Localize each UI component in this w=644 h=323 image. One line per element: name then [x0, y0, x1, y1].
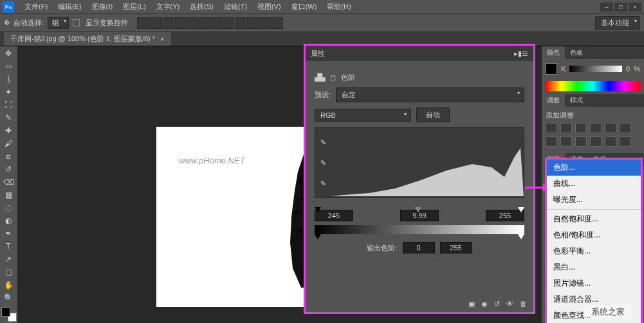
menu-item[interactable]: 编辑(E): [53, 2, 87, 12]
filter-icon[interactable]: [575, 136, 587, 147]
panel-menu-icon[interactable]: ▸▮☰: [514, 50, 528, 58]
mask-icon[interactable]: ◻: [330, 73, 336, 82]
tab-styles[interactable]: 样式: [565, 94, 588, 107]
minimize-button[interactable]: –: [600, 3, 613, 12]
workspace-dropdown[interactable]: 基本功能: [595, 16, 640, 30]
context-menu-item[interactable]: 照片滤镜...: [547, 275, 641, 291]
preset-dropdown[interactable]: 自定: [336, 88, 524, 102]
gamma-slider[interactable]: [415, 207, 421, 212]
levels-icon[interactable]: [560, 123, 572, 133]
type-tool[interactable]: T: [1, 241, 15, 252]
healing-tool[interactable]: ✚: [1, 125, 15, 136]
align-icon[interactable]: [198, 17, 210, 29]
invert-icon[interactable]: [620, 136, 631, 147]
foreground-swatch[interactable]: [546, 63, 557, 75]
channel-dropdown[interactable]: RGB: [315, 109, 411, 122]
close-button[interactable]: ×: [629, 3, 641, 12]
menu-item[interactable]: 选择(S): [185, 2, 219, 12]
black-slider[interactable]: [315, 207, 321, 212]
align-icon[interactable]: [259, 17, 271, 29]
marquee-tool[interactable]: ▭: [1, 60, 15, 72]
tab-adjustments[interactable]: 调整: [542, 94, 565, 107]
path-tool[interactable]: ↗: [1, 254, 15, 265]
show-transform-checkbox[interactable]: [73, 19, 80, 26]
histogram[interactable]: [331, 128, 524, 198]
menu-item[interactable]: 文字(Y): [151, 2, 185, 12]
mixer-icon[interactable]: [590, 136, 602, 147]
pen-tool[interactable]: ✒: [1, 228, 15, 239]
reset-icon[interactable]: ↺: [494, 300, 500, 308]
hand-tool[interactable]: ✋: [1, 279, 15, 291]
blur-tool[interactable]: ◌: [1, 202, 15, 214]
align-icon[interactable]: [223, 17, 234, 29]
auto-select-dropdown[interactable]: 组: [48, 17, 69, 29]
align-icon[interactable]: [161, 17, 173, 29]
output-black-field[interactable]: [403, 242, 435, 254]
stamp-tool[interactable]: ⧈: [1, 151, 15, 162]
gray-eyedropper-icon[interactable]: ✎: [320, 159, 326, 167]
context-menu-item[interactable]: 色彩平衡...: [547, 243, 641, 259]
output-gradient[interactable]: [315, 225, 524, 234]
tab-color[interactable]: 颜色: [542, 46, 565, 59]
eraser-tool[interactable]: ⌫: [1, 176, 15, 188]
align-icon[interactable]: [149, 17, 161, 29]
menu-item[interactable]: 图像(I): [87, 2, 118, 12]
document-tab[interactable]: 千库网-猫2.jpg @ 100% (色阶 1, 图层蒙版/8) * ×: [4, 32, 171, 46]
output-black-slider[interactable]: [315, 234, 321, 239]
context-menu-item[interactable]: 黑白...: [547, 259, 641, 275]
crop-tool[interactable]: ⛶: [1, 99, 15, 111]
exposure-icon[interactable]: [590, 123, 602, 133]
white-slider[interactable]: [518, 207, 524, 212]
output-white-slider[interactable]: [518, 234, 524, 239]
k-slider[interactable]: [569, 66, 622, 72]
context-menu-item[interactable]: 曲线...: [547, 176, 641, 192]
gradient-tool[interactable]: ▦: [1, 189, 15, 201]
menu-item[interactable]: 帮助(H): [322, 2, 356, 12]
curves-icon[interactable]: [575, 123, 587, 133]
tab-swatches[interactable]: 色板: [565, 46, 588, 59]
brush-tool[interactable]: 🖌: [1, 138, 15, 149]
maximize-button[interactable]: □: [614, 3, 627, 12]
lasso-tool[interactable]: ⟆: [1, 73, 15, 85]
menu-item[interactable]: 滤镜(T): [219, 2, 252, 12]
spectrum-bar[interactable]: [546, 81, 640, 91]
wand-tool[interactable]: ✦: [1, 86, 15, 98]
context-menu-item[interactable]: 自然饱和度...: [547, 211, 641, 227]
visibility-icon[interactable]: 👁: [506, 300, 513, 308]
menu-item[interactable]: 图层(L): [118, 2, 151, 12]
black-eyedropper-icon[interactable]: ✎: [320, 138, 326, 147]
balance-icon[interactable]: [546, 136, 557, 147]
bw-icon[interactable]: [560, 136, 572, 147]
align-icon[interactable]: [137, 17, 149, 29]
history-brush-tool[interactable]: ↺: [1, 163, 15, 175]
align-icon[interactable]: [235, 17, 246, 29]
white-eyedropper-icon[interactable]: ✎: [320, 180, 326, 188]
output-white-field[interactable]: [440, 242, 472, 254]
menu-item[interactable]: 文件(F): [19, 2, 53, 12]
align-icon[interactable]: [247, 17, 259, 29]
zoom-tool[interactable]: 🔍: [1, 292, 15, 304]
hue-icon[interactable]: [620, 123, 631, 133]
brightness-icon[interactable]: [546, 123, 557, 133]
trash-icon[interactable]: 🗑: [520, 300, 527, 308]
context-menu-item[interactable]: 色阶...: [547, 160, 641, 176]
eyedropper-tool[interactable]: ✎: [1, 112, 15, 124]
color-swatches[interactable]: [1, 308, 17, 322]
context-menu-item[interactable]: 曝光度...: [547, 192, 641, 208]
tab-close-icon[interactable]: ×: [160, 35, 164, 43]
clip-icon[interactable]: ▣: [468, 300, 475, 308]
auto-button[interactable]: 自动: [416, 107, 450, 122]
align-icon[interactable]: [186, 17, 198, 29]
menu-item[interactable]: 视图(V): [252, 2, 286, 12]
align-icon[interactable]: [210, 17, 222, 29]
shape-tool[interactable]: ▢: [1, 266, 15, 278]
lookup-icon[interactable]: [605, 136, 616, 147]
context-menu-item[interactable]: 色相/饱和度...: [547, 227, 641, 243]
align-icon[interactable]: [271, 17, 283, 29]
prev-icon[interactable]: ◉: [481, 300, 488, 308]
move-tool[interactable]: ✥: [1, 48, 15, 59]
dodge-tool[interactable]: ◐: [1, 215, 15, 226]
align-icon[interactable]: [174, 17, 185, 29]
menu-item[interactable]: 窗口(W): [286, 2, 322, 12]
vibrance-icon[interactable]: [605, 123, 616, 133]
